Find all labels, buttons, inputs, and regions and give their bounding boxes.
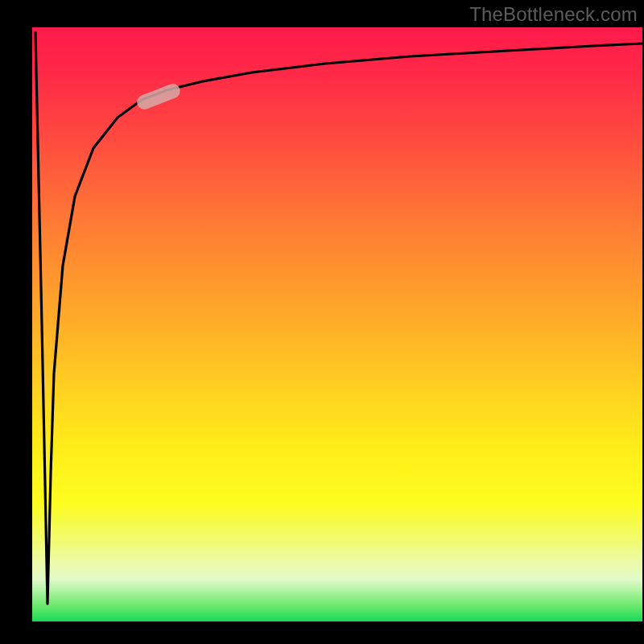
plot-area [32, 27, 642, 621]
chart-frame: TheBottleneck.com [0, 0, 644, 644]
watermark-text: TheBottleneck.com [469, 3, 638, 26]
bottleneck-curve [35, 32, 642, 604]
curve-svg [32, 27, 642, 621]
